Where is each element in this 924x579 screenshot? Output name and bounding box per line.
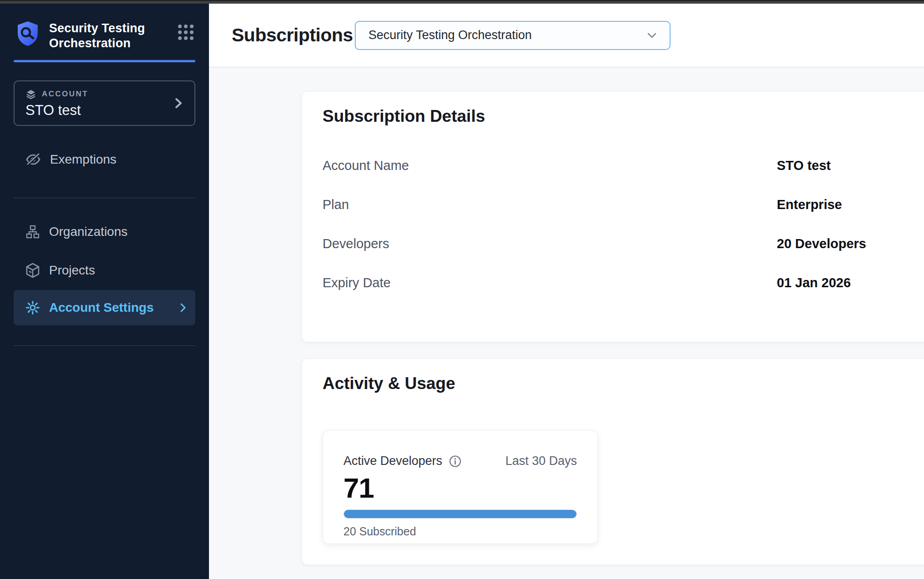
sidebar-item-projects[interactable]: Projects: [14, 258, 195, 283]
detail-row-developers: Developers 20 Developers: [323, 231, 908, 256]
detail-label: Account Name: [323, 158, 777, 173]
usage-progress-bar: [343, 509, 577, 519]
usage-progress-fill: [344, 510, 576, 518]
active-developers-metric-card: Active Developers Last 30 Days 71: [323, 430, 598, 544]
metric-value: 71: [343, 472, 577, 504]
sidebar-item-exemptions[interactable]: Exemptions: [14, 147, 195, 172]
product-title: Security Testing Orchestration: [49, 21, 163, 51]
account-scope-card[interactable]: ACCOUNT STO test: [14, 80, 195, 126]
account-name: STO test: [25, 102, 184, 119]
sidebar-item-label: Organizations: [49, 225, 128, 239]
app-root: Security Testing Orchestration ACCOUNT S…: [0, 4, 924, 579]
detail-value: STO test: [777, 158, 831, 173]
page-title: Subscriptions: [232, 25, 353, 46]
chevron-right-icon: [179, 302, 187, 314]
metric-label: Active Developers: [343, 454, 442, 468]
detail-row-expiry-date: Expiry Date 01 Jan 2026: [323, 270, 908, 295]
sidebar-header: Security Testing Orchestration: [0, 4, 209, 51]
detail-label: Expiry Date: [323, 275, 777, 290]
gear-icon: [25, 300, 40, 315]
page-header: Subscriptions Security Testing Orchestra…: [209, 4, 924, 67]
app-switcher-grid-icon[interactable]: [178, 25, 194, 40]
metric-period: Last 30 Days: [505, 454, 577, 468]
subscriptions-content: Subscription Details Account Name STO te…: [209, 67, 924, 579]
subscription-details-title: Subscription Details: [323, 105, 908, 127]
activity-usage-card: Activity & Usage Active Developers Last …: [302, 359, 924, 564]
layers-icon: [25, 89, 36, 100]
info-icon[interactable]: [449, 455, 462, 468]
sidebar-item-label: Exemptions: [50, 152, 116, 167]
sto-shield-logo-icon: [16, 21, 39, 46]
detail-label: Plan: [323, 197, 777, 212]
subscription-details-card: Subscription Details Account Name STO te…: [302, 92, 924, 342]
sidebar-item-organizations[interactable]: Organizations: [14, 219, 195, 245]
module-select-dropdown[interactable]: Security Testing Orchestration: [355, 21, 671, 50]
activity-usage-title: Activity & Usage: [323, 373, 908, 394]
sidebar-item-account-settings[interactable]: Account Settings: [14, 290, 195, 325]
org-chart-icon: [25, 225, 40, 239]
eye-off-icon: [25, 153, 41, 166]
detail-value: 01 Jan 2026: [777, 275, 851, 290]
sidebar-accent-underline: [14, 60, 195, 62]
detail-row-plan: Plan Enterprise: [323, 192, 908, 217]
detail-value: 20 Developers: [777, 236, 866, 251]
account-scope-label: ACCOUNT: [42, 90, 89, 99]
sidebar-item-label: Account Settings: [49, 300, 154, 315]
sidebar-divider: [14, 345, 195, 346]
detail-label: Developers: [323, 236, 777, 251]
chevron-down-icon: [646, 31, 658, 40]
sidebar-item-label: Projects: [49, 263, 95, 278]
chevron-right-icon: [174, 96, 184, 110]
metric-subscribed: 20 Subscribed: [343, 525, 577, 538]
subscription-details-rows: Account Name STO test Plan Enterprise De…: [323, 153, 908, 295]
detail-value: Enterprise: [777, 197, 842, 212]
detail-row-account-name: Account Name STO test: [323, 153, 908, 178]
main-area: Subscriptions Security Testing Orchestra…: [209, 4, 924, 579]
sidebar: Security Testing Orchestration ACCOUNT S…: [0, 4, 209, 579]
module-select-value: Security Testing Orchestration: [368, 28, 532, 42]
window-top-bar: [0, 0, 924, 4]
cube-icon: [25, 263, 40, 278]
